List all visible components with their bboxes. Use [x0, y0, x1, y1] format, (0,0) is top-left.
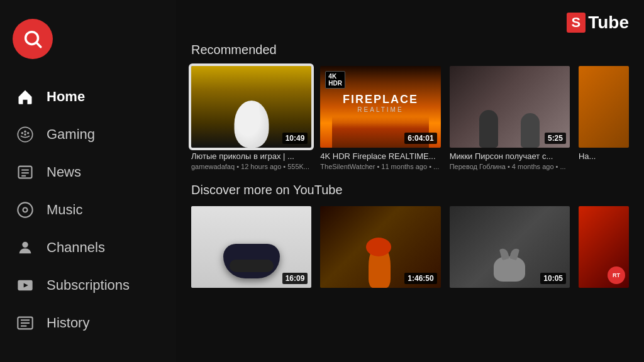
discover-video-4[interactable]: RT: [579, 206, 629, 288]
discover-video-3[interactable]: 10:05: [450, 206, 570, 288]
svg-point-11: [18, 202, 32, 217]
sidebar-item-history-label: History: [47, 315, 89, 331]
sidebar-item-music[interactable]: Music: [0, 191, 176, 229]
duration-badge-1: 10:49: [282, 133, 308, 144]
logo-s: S: [567, 13, 586, 33]
sidebar: Home Gaming News: [0, 0, 176, 362]
sidebar-item-history[interactable]: History: [0, 304, 176, 342]
search-icon: [22, 28, 43, 50]
video-meta-1: gamewadafaq • 12 hours ago • 555K...: [191, 163, 311, 170]
rt-badge: RT: [608, 266, 625, 284]
recommended-video-1[interactable]: 10:49 Лютые приколы в играх | ... gamewa…: [191, 66, 311, 170]
home-icon: [15, 87, 35, 107]
video-title-3: Микки Пирсон получает с...: [450, 151, 570, 161]
discover-duration-badge-3: 10:05: [540, 273, 566, 284]
video-meta-3: Перевод Гоблина • 4 months ago • ...: [450, 163, 570, 170]
sidebar-item-home[interactable]: Home: [0, 78, 176, 116]
main-content: S Tube Recommended 10:49 Лютые приколы в…: [176, 0, 644, 362]
recommended-video-3[interactable]: 5:25 Микки Пирсон получает с... Перевод …: [450, 66, 570, 170]
history-icon: [15, 313, 35, 333]
sidebar-item-home-label: Home: [47, 89, 85, 105]
sidebar-item-music-label: Music: [47, 202, 82, 218]
discover-video-1[interactable]: 16:09: [191, 206, 311, 288]
app-logo: S Tube: [567, 13, 630, 33]
discover-title: Discover more on YouTube: [191, 183, 629, 197]
sidebar-item-channels-label: Channels: [47, 239, 105, 256]
music-icon: [15, 200, 35, 220]
sidebar-item-subscriptions[interactable]: Subscriptions: [0, 266, 176, 304]
badge-4k: 4KHDR: [325, 71, 345, 89]
discover-video-2[interactable]: 1:46:50: [320, 206, 440, 288]
svg-point-13: [22, 242, 28, 248]
sidebar-item-channels[interactable]: Channels: [0, 229, 176, 266]
channels-icon: [15, 238, 35, 258]
discover-thumbnail-4: RT: [579, 206, 629, 288]
search-button[interactable]: [13, 19, 53, 59]
news-icon: [15, 162, 35, 182]
discover-thumbnail-2: 1:46:50: [320, 206, 440, 288]
discover-thumbnail-3: 10:05: [450, 206, 570, 288]
svg-point-3: [21, 132, 24, 134]
fireplace-label: FIREPLACE REALTIME: [343, 93, 418, 113]
svg-line-1: [37, 43, 41, 47]
video-thumbnail-1: 10:49: [191, 66, 311, 148]
recommended-title: Recommended: [191, 43, 629, 57]
gaming-icon: [15, 124, 35, 145]
logo-tube: Tube: [588, 13, 629, 33]
recommended-video-2[interactable]: FIREPLACE REALTIME 4KHDR 6:04:01 4K HDR …: [320, 66, 440, 170]
video-title-2: 4K HDR Fireplace REALTIME...: [320, 151, 440, 161]
discover-video-row: 16:09 1:46:50 10:05: [191, 206, 629, 288]
sidebar-item-news[interactable]: News: [0, 153, 176, 191]
recommended-section: Recommended 10:49 Лютые приколы в играх …: [191, 43, 629, 170]
discover-duration-badge-2: 1:46:50: [404, 273, 436, 284]
duration-badge-2: 6:04:01: [404, 133, 436, 144]
video-title-1: Лютые приколы в играх | ...: [191, 151, 311, 161]
recommended-video-4[interactable]: На...: [579, 66, 629, 170]
video-thumbnail-3: 5:25: [450, 66, 570, 148]
discover-duration-badge-1: 16:09: [282, 273, 308, 284]
subscriptions-icon: [15, 275, 35, 295]
video-thumbnail-4: [579, 66, 629, 148]
video-meta-2: TheSilentWatcher • 11 months ago • ...: [320, 163, 440, 170]
recommended-video-row: 10:49 Лютые приколы в играх | ... gamewa…: [191, 66, 629, 170]
sidebar-item-subscriptions-label: Subscriptions: [47, 277, 130, 293]
svg-point-4: [24, 131, 26, 133]
header: S Tube: [191, 13, 629, 33]
discover-section: Discover more on YouTube 16:09 1:46:50: [191, 183, 629, 288]
sidebar-item-gaming[interactable]: Gaming: [0, 116, 176, 153]
sidebar-item-news-label: News: [47, 164, 81, 180]
video-title-4: На...: [579, 151, 629, 161]
svg-point-5: [27, 132, 30, 134]
video-thumbnail-2: FIREPLACE REALTIME 4KHDR 6:04:01: [320, 66, 440, 148]
svg-point-12: [23, 208, 28, 212]
discover-thumbnail-1: 16:09: [191, 206, 311, 288]
sidebar-item-gaming-label: Gaming: [47, 126, 95, 143]
duration-badge-3: 5:25: [545, 133, 566, 144]
svg-point-6: [24, 133, 26, 136]
